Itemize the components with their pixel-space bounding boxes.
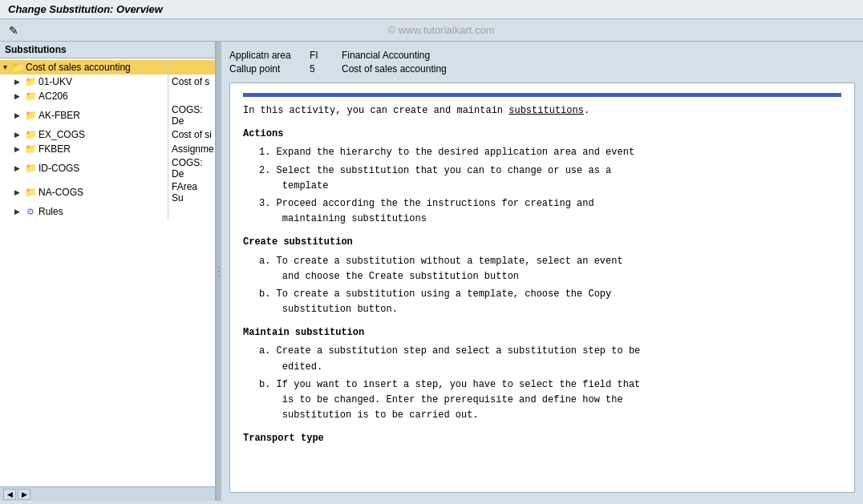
tree-label: NA-COGS <box>38 187 83 198</box>
splitter-dot <box>218 267 220 268</box>
splitter-dot <box>218 271 220 272</box>
action-item-1: 1. Expand the hierarchy to the desired a… <box>259 145 841 160</box>
blue-bar <box>243 93 841 97</box>
action-item-2: 2. Select the substitution that you can … <box>259 163 841 194</box>
tree-col1: ▼ 📁 Cost of sales accounting <box>0 60 168 75</box>
tree-arrow: ▼ <box>2 63 11 71</box>
left-panel: Substitutions ▼ 📁 Cost of sales accounti… <box>0 42 217 501</box>
intro-text: In this activity, you can create and mai… <box>243 103 841 119</box>
tree-arrow: ▶ <box>14 208 24 216</box>
title-bar: Change Substitution: Overview <box>0 0 863 19</box>
tree-row[interactable]: ▶ 📁 AK-FBER COGS: De <box>0 103 215 127</box>
tool-icon[interactable]: ✎ <box>6 23 21 38</box>
tree-arrow: ▶ <box>14 188 24 196</box>
apparea-text: Financial Accounting <box>342 50 430 61</box>
tree-col2-value: Assignme <box>168 142 215 156</box>
tree-col2-value: COGS: De <box>168 156 215 180</box>
folder-icon: 📁 <box>24 143 37 155</box>
folder-icon: 📁 <box>24 91 37 102</box>
tree-col1: ▶ 📁 EX_COGS <box>0 127 168 142</box>
create-item-a: a. To create a substitution without a te… <box>259 254 841 284</box>
tree-col1: ▶ 📁 FKBER <box>0 142 168 156</box>
tree-col1: ▶ 📁 AK-FBER <box>0 103 168 127</box>
right-panel: Applicatn area FI Financial Accounting C… <box>221 42 863 501</box>
tree-col1: ▶ 📁 AC206 <box>0 89 168 103</box>
watermark: © www.tutorialkart.com <box>26 24 857 36</box>
tree-row[interactable]: ▼ 📁 Cost of sales accounting <box>0 60 215 75</box>
folder-open-icon: 📁 <box>11 62 24 73</box>
info-row-callup: Callup point 5 Cost of sales accounting <box>229 63 447 75</box>
tree-label: EX_COGS <box>38 129 85 140</box>
bottom-nav: ◀ ▶ <box>0 486 215 501</box>
maintain-item-b: b. If you want to insert a step, you hav… <box>259 377 841 424</box>
tree-col2-value: Cost of si <box>168 127 215 142</box>
tree-row[interactable]: ▶ ⚙ Rules <box>0 204 215 219</box>
tree-col2 <box>168 60 215 75</box>
splitter-dot <box>218 275 220 276</box>
tree-row[interactable]: ▶ 📁 FKBER Assignme <box>0 142 215 156</box>
tree-label: Cost of sales accounting <box>26 62 131 73</box>
tree-arrow: ▶ <box>14 131 24 139</box>
apparea-label: Applicatn area <box>229 50 302 61</box>
folder-icon: 📁 <box>24 76 37 87</box>
tree-label: FKBER <box>38 143 71 155</box>
tree-col1: ▶ 📁 ID-COGS <box>0 156 168 180</box>
rules-icon: ⚙ <box>24 206 37 217</box>
info-section: Applicatn area FI Financial Accounting C… <box>229 50 855 75</box>
main-container: Substitutions ▼ 📁 Cost of sales accounti… <box>0 42 863 501</box>
info-row-apparea: Applicatn area FI Financial Accounting <box>229 50 447 61</box>
tree-row[interactable]: ▶ 📁 NA-COGS FArea Su <box>0 180 215 204</box>
folder-icon: 📁 <box>24 129 37 140</box>
apparea-code: FI <box>310 50 334 61</box>
tree-col2-value: COGS: De <box>168 103 215 127</box>
tree-col1: ▶ ⚙ Rules <box>0 204 168 219</box>
tree-row[interactable]: ▶ 📁 01-UKV Cost of s <box>0 75 215 89</box>
action-item-3: 3. Proceed according the the instruction… <box>259 196 841 227</box>
actions-title: Actions <box>243 127 841 142</box>
tree-row[interactable]: ▶ 📁 AC206 <box>0 89 215 103</box>
callup-code: 5 <box>310 63 334 75</box>
page-title: Change Substitution: Overview <box>8 3 163 15</box>
folder-icon: 📁 <box>24 187 37 198</box>
info-block: Applicatn area FI Financial Accounting C… <box>229 50 447 75</box>
tree-col2-value <box>168 89 215 103</box>
substitutions-link: substitutions <box>508 105 584 116</box>
create-title: Create substitution <box>243 235 841 250</box>
tree-arrow: ▶ <box>14 111 24 119</box>
toolbar: ✎ © www.tutorialkart.com <box>0 19 863 42</box>
content-box: In this activity, you can create and mai… <box>229 83 855 493</box>
callup-label: Callup point <box>229 63 302 75</box>
panel-header: Substitutions <box>0 42 215 58</box>
tree-row[interactable]: ▶ 📁 ID-COGS COGS: De <box>0 156 215 180</box>
tree-arrow: ▶ <box>14 145 24 153</box>
tree-arrow: ▶ <box>14 164 24 172</box>
callup-text: Cost of sales accounting <box>342 63 447 75</box>
maintain-item-a: a. Create a substitution step and select… <box>259 344 841 374</box>
content-scroll[interactable]: In this activity, you can create and mai… <box>230 83 854 492</box>
tree-col1: ▶ 📁 NA-COGS <box>0 180 168 204</box>
tree-label: ID-COGS <box>38 163 79 174</box>
folder-icon: 📁 <box>24 163 37 174</box>
transport-title: Transport type <box>243 431 841 446</box>
tree-col2-value <box>168 204 215 219</box>
create-item-b: b. To create a substitution using a temp… <box>259 287 841 317</box>
nav-left-button[interactable]: ◀ <box>3 489 16 500</box>
tree-label: Rules <box>38 206 63 217</box>
tree-col2-value: FArea Su <box>168 180 215 204</box>
folder-icon: 📁 <box>24 110 37 121</box>
nav-right-button[interactable]: ▶ <box>18 489 30 500</box>
tree-label: AC206 <box>38 91 68 102</box>
tree-label: 01-UKV <box>38 76 72 87</box>
maintain-title: Maintain substitution <box>243 325 841 341</box>
tree-col1: ▶ 📁 01-UKV <box>0 75 168 89</box>
tree-row[interactable]: ▶ 📁 EX_COGS Cost of si <box>0 127 215 142</box>
tree-arrow: ▶ <box>14 92 24 100</box>
tree-label: AK-FBER <box>38 110 80 121</box>
tree-col2-value: Cost of s <box>168 75 215 89</box>
tree-area: ▼ 📁 Cost of sales accounting ▶ 📁 01-UKV … <box>0 58 215 486</box>
tree-arrow: ▶ <box>14 78 24 86</box>
